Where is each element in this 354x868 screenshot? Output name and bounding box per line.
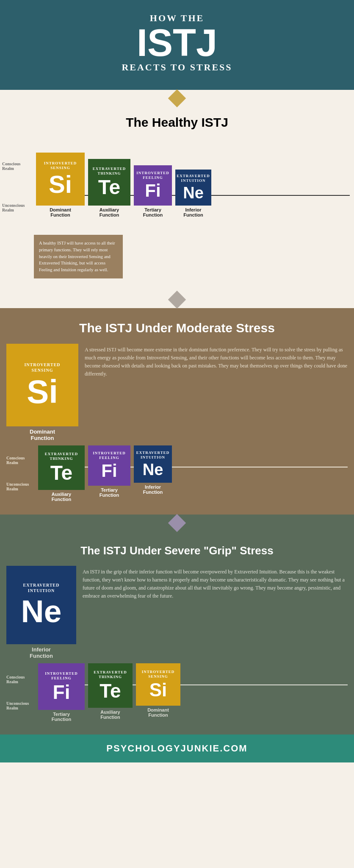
header-title: ISTJ [8,24,346,62]
sev-cards-flex: INTROVERTEDFEELING Fi TertiaryFunction E… [38,663,348,722]
mod-te-letter: Te [50,463,72,483]
mod-ne-name: InferiorFunction [143,484,163,495]
mod-ne-card: EXTRAVERTEDINTUITION Ne InferiorFunction [134,445,172,502]
fi-box: INTROVERTEDFEELING Fi [134,165,172,206]
mod-fi-name: TertiaryFunction [100,487,119,498]
sev-te-name: AuxiliaryFunction [100,709,120,720]
sev-fi-name: TertiaryFunction [52,712,71,722]
severe-ne-block: EXTRAVERTEDINTUITION Ne InferiorFunction [6,566,76,659]
header-reacts: REACTS TO STRESS [8,62,346,73]
sev-fi-letter: Fi [53,682,70,702]
si-box: INTROVERTEDSENSING Si [36,153,85,206]
sev-ne-type-label: EXTRAVERTEDINTUITION [23,582,59,593]
severe-bottom-functions: ConsciousRealm UnconsciousRealm INTROVER… [6,663,348,722]
sev-fi-box: INTROVERTEDFEELING Fi [38,663,85,710]
severe-inner: EXTRAVERTEDINTUITION Ne InferiorFunction… [0,566,354,722]
severe-title: The ISTJ Under Severe "Grip" Stress [0,540,354,566]
diamond-divider-3 [0,515,354,531]
ne-type-label: EXTRAVERTEDINTUITION [177,174,210,183]
diamond-icon-2 [168,291,186,309]
mod-fi-letter: Fi [101,462,117,480]
moderate-description: A stressed ISTJ will become more extreme… [85,344,348,378]
sev-ne-card: EXTRAVERTEDINTUITION Ne InferiorFunction [6,566,76,659]
ne-letter: Ne [183,185,204,201]
te-letter: Te [98,177,120,198]
sev-si-card: INTROVERTEDSENSING Si DominantFunction [136,663,180,722]
si-letter: Si [49,172,72,197]
mod-te-box: EXTRAVERTEDTHINKING Te [38,445,85,490]
mod-si-name: DominantFunction [30,428,55,441]
mod-conscious-label: ConsciousRealm [6,456,38,465]
healthy-cards-container: INTROVERTEDSENSING Si DominantFunction E… [36,153,350,217]
mod-cards-row: EXTRAVERTEDTHINKING Te AuxiliaryFunction… [38,445,348,502]
sev-ne-box: EXTRAVERTEDINTUITION Ne [6,566,76,644]
healthy-cards-flex: INTROVERTEDSENSING Si DominantFunction E… [36,153,350,217]
mod-si-box: INTROVERTEDSENSING Si [6,344,78,426]
fi-type-label: INTROVERTEDFEELING [136,171,169,180]
sev-cards-row: INTROVERTEDFEELING Fi TertiaryFunction E… [38,663,348,722]
te-function-name: AuxiliaryFunction [100,207,119,217]
sev-si-name: DominantFunction [147,707,169,718]
diamond-divider-2 [0,291,354,308]
mod-unconscious-label: UnconsciousRealm [6,482,38,491]
sev-ne-letter: Ne [21,595,62,627]
healthy-title: The Healthy ISTJ [0,111,354,138]
mod-ne-letter: Ne [143,462,163,478]
mod-si-letter: Si [27,375,58,408]
diamond-icon-3 [168,514,186,532]
mod-ne-box: EXTRAVERTEDINTUITION Ne [134,445,172,483]
sev-te-type-label: EXTRAVERTEDTHINKING [94,670,127,679]
mod-te-name: AuxiliaryFunction [52,492,71,502]
sev-si-box: INTROVERTEDSENSING Si [136,663,180,706]
mod-cards-flex: EXTRAVERTEDTHINKING Te AuxiliaryFunction… [38,445,348,502]
sev-conscious-label: ConsciousRealm [6,675,38,684]
moderate-si-block: INTROVERTEDSENSING Si DominantFunction [6,344,78,441]
sev-fi-card: INTROVERTEDFEELING Fi TertiaryFunction [38,663,85,722]
moderate-realm-labels: ConsciousRealm UnconsciousRealm [6,456,38,491]
sev-te-card: EXTRAVERTEDTHINKING Te AuxiliaryFunction [88,663,133,722]
si-type-label: INTROVERTEDSENSING [44,161,77,170]
mod-si-type-label: INTROVERTEDSENSING [24,362,60,373]
moderate-bottom-functions: ConsciousRealm UnconsciousRealm EXTRAVER… [6,445,348,502]
ne-function-name: InferiorFunction [183,207,203,217]
sev-unconscious-label: UnconsciousRealm [6,701,38,710]
severe-top-row: EXTRAVERTEDINTUITION Ne InferiorFunction… [6,566,348,659]
healthy-unconscious-label: UnconsciousRealm [2,203,25,212]
ne-box: EXTRAVERTEDINTUITION Ne [175,170,211,206]
severe-section: The ISTJ Under Severe "Grip" Stress EXTR… [0,531,354,734]
healthy-ne-card: EXTRAVERTEDINTUITION Ne InferiorFunction [175,170,211,217]
sev-fi-type-label: INTROVERTEDFEELING [45,671,78,681]
moderate-title: The ISTJ Under Moderate Stress [0,317,354,344]
diamond-divider-1 [0,90,354,107]
sev-si-type-label: INTROVERTEDSENSING [142,670,175,679]
healthy-si-card: INTROVERTEDSENSING Si DominantFunction [36,153,85,217]
healthy-conscious-label: ConsciousRealm [2,161,20,171]
sev-te-box: EXTRAVERTEDTHINKING Te [88,663,133,708]
header: HOW THE ISTJ REACTS TO STRESS [0,0,354,90]
te-box: EXTRAVERTEDTHINKING Te [88,159,130,206]
severe-description: An ISTJ in the grip of their inferior fu… [83,566,348,601]
sev-si-letter: Si [149,681,167,699]
mod-ne-type-label: EXTRAVERTEDINTUITION [136,451,170,460]
moderate-inner: INTROVERTEDSENSING Si DominantFunction A… [0,344,354,502]
fi-letter: Fi [145,182,160,200]
mod-fi-type-label: INTROVERTEDFEELING [93,451,126,460]
sev-te-letter: Te [100,681,121,701]
healthy-fi-card: INTROVERTEDFEELING Fi TertiaryFunction [134,165,172,217]
healthy-te-card: EXTRAVERTEDTHINKING Te AuxiliaryFunction [88,159,130,217]
mod-te-card: EXTRAVERTEDTHINKING Te AuxiliaryFunction [38,445,85,502]
mod-fi-card: INTROVERTEDFEELING Fi TertiaryFunction [88,445,130,502]
fi-function-name: TertiaryFunction [143,207,163,217]
severe-realm-labels: ConsciousRealm UnconsciousRealm [6,675,38,710]
moderate-section: The ISTJ Under Moderate Stress INTROVERT… [0,308,354,515]
healthy-section: The Healthy ISTJ ConsciousRealm Unconsci… [0,107,354,291]
mod-fi-box: INTROVERTEDFEELING Fi [88,445,130,486]
healthy-realm-labels: ConsciousRealm UnconsciousRealm [2,138,34,231]
moderate-top-row: INTROVERTEDSENSING Si DominantFunction A… [6,344,348,441]
si-function-name: DominantFunction [50,207,71,217]
mod-te-type-label: EXTRAVERTEDTHINKING [45,452,78,461]
footer: PSYCHOLOGYJUNKIE.COM [0,734,354,762]
diamond-icon-1 [168,89,186,107]
healthy-note: A healthy ISTJ will have access to all t… [34,235,123,278]
sev-ne-name: InferiorFunction [30,646,53,659]
